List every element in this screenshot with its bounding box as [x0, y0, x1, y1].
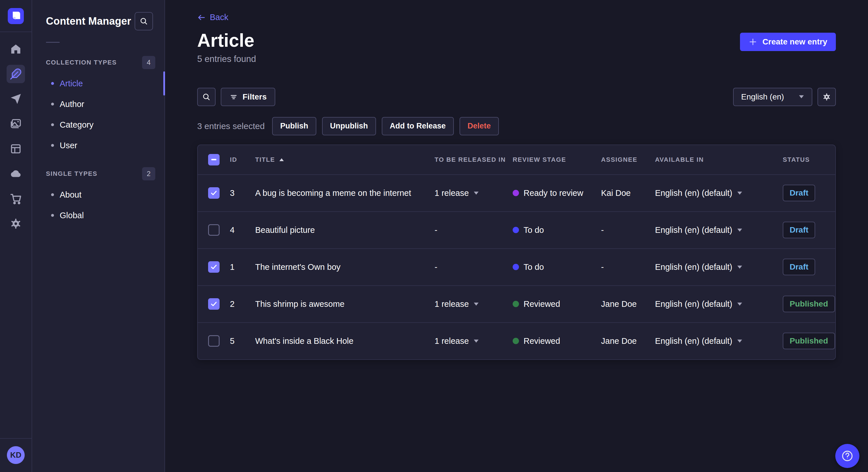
locale-chevron-icon[interactable] [737, 228, 743, 232]
table-row[interactable]: 4 Beautiful picture - To do - English (e… [198, 211, 835, 248]
sort-ascending-icon [279, 158, 284, 162]
cell-to-be-released-in[interactable]: 1 release [435, 336, 513, 346]
locale-chevron-icon[interactable] [737, 191, 743, 195]
status-badge: Published [783, 296, 835, 312]
user-avatar[interactable]: KD [7, 446, 25, 464]
cell-assignee: Jane Doe [601, 336, 655, 346]
search-icon [140, 17, 148, 26]
sidebar-search-button[interactable] [135, 12, 153, 30]
sidebar-item-label: User [60, 141, 77, 150]
gear-icon [823, 93, 831, 101]
column-header-available-in[interactable]: AVAILABLE IN [655, 156, 783, 164]
locale-chevron-icon[interactable] [737, 265, 743, 269]
nav-releases[interactable] [7, 90, 25, 108]
sidebar-item-label: Author [60, 100, 84, 109]
row-checkbox[interactable] [208, 224, 220, 236]
column-header-assignee[interactable]: ASSIGNEE [601, 156, 655, 164]
home-icon [10, 43, 22, 55]
row-checkbox[interactable] [208, 261, 220, 273]
cell-title: The internet's Own boy [255, 262, 435, 272]
cell-available-in[interactable]: English (en) (default) [655, 262, 783, 272]
strapi-logo[interactable] [8, 8, 24, 24]
sidebar-item-user[interactable]: User [32, 135, 164, 156]
locale-chevron-icon[interactable] [737, 302, 743, 306]
bullet-icon [51, 144, 54, 147]
nav-content-manager[interactable] [7, 65, 25, 83]
table-row[interactable]: 5 What's inside a Black Hole 1 release R… [198, 322, 835, 359]
rail-divider [0, 32, 32, 32]
column-header-title[interactable]: TITLE [255, 156, 435, 164]
cell-available-in[interactable]: English (en) (default) [655, 299, 783, 309]
column-header-id[interactable]: ID [230, 156, 255, 164]
cell-id: 4 [230, 225, 255, 235]
cell-status: Published [783, 333, 825, 349]
layout-icon [10, 143, 22, 155]
nav-content-type-builder[interactable] [7, 140, 25, 158]
table-row[interactable]: 3 A bug is becoming a meme on the intern… [198, 174, 835, 211]
single-types-section: SINGLE TYPES 2 About Global [32, 167, 164, 226]
cell-assignee: - [601, 262, 655, 272]
sidebar-item-about[interactable]: About [32, 184, 164, 205]
column-header-to-be-released-in[interactable]: TO BE RELEASED IN [435, 156, 513, 164]
sidebar-item-category[interactable]: Category [32, 114, 164, 135]
column-header-review-stage[interactable]: REVIEW STAGE [513, 156, 601, 164]
delete-button[interactable]: Delete [460, 117, 499, 135]
table-row[interactable]: 1 The internet's Own boy - To do - Engli… [198, 248, 835, 285]
column-header-status[interactable]: STATUS [783, 156, 825, 164]
sidebar-item-label: About [60, 190, 82, 200]
publish-button[interactable]: Publish [272, 117, 316, 135]
cell-to-be-released-in[interactable]: - [435, 225, 513, 235]
nav-media-library[interactable] [7, 115, 25, 133]
search-icon [202, 93, 211, 101]
cell-available-in[interactable]: English (en) (default) [655, 225, 783, 235]
select-all-checkbox[interactable] [208, 154, 220, 165]
cell-review-stage: To do [513, 262, 601, 272]
locale-chevron-icon[interactable] [737, 339, 743, 343]
cell-to-be-released-in[interactable]: - [435, 262, 513, 272]
filters-button[interactable]: Filters [221, 88, 275, 106]
nav-deploy[interactable] [7, 165, 25, 183]
add-to-release-button[interactable]: Add to Release [382, 117, 454, 135]
cell-title: This shrimp is awesome [255, 299, 435, 309]
search-button[interactable] [197, 88, 216, 106]
app-window: KD Content Manager COLLECTION TYPES 4 Ar… [0, 0, 868, 472]
cell-available-in[interactable]: English (en) (default) [655, 189, 783, 198]
sidebar-item-label: Category [60, 120, 94, 130]
sidebar-item-global[interactable]: Global [32, 205, 164, 226]
sidebar-item-label: Article [60, 79, 83, 88]
back-link[interactable]: Back [197, 12, 228, 22]
sidebar-item-author[interactable]: Author [32, 94, 164, 114]
feather-pen-icon [10, 68, 22, 80]
stage-dot [513, 338, 519, 344]
plus-icon [749, 38, 757, 46]
unpublish-button[interactable]: Unpublish [322, 117, 376, 135]
sidebar-item-article[interactable]: Article [32, 73, 164, 94]
view-settings-button[interactable] [817, 88, 836, 106]
row-checkbox[interactable] [208, 187, 220, 199]
cell-available-in[interactable]: English (en) (default) [655, 336, 783, 346]
release-chevron-icon[interactable] [473, 191, 479, 195]
table-row[interactable]: 2 This shrimp is awesome 1 release Revie… [198, 285, 835, 322]
cell-to-be-released-in[interactable]: 1 release [435, 189, 513, 198]
nav-settings[interactable] [7, 214, 25, 233]
help-button[interactable] [835, 444, 859, 468]
nav-home[interactable] [7, 40, 25, 58]
cell-to-be-released-in[interactable]: 1 release [435, 299, 513, 309]
sidebar-title: Content Manager [46, 15, 131, 27]
rail-nav [7, 40, 25, 233]
rail-bottom: KD [0, 438, 32, 472]
collection-types-list: Article Author Category User [32, 73, 164, 156]
cell-id: 5 [230, 336, 255, 346]
nav-rail: KD [0, 0, 32, 472]
locale-select[interactable]: English (en) [733, 88, 812, 106]
create-new-entry-button[interactable]: Create new entry [740, 33, 836, 51]
arrow-left-icon [197, 13, 206, 22]
nav-marketplace[interactable] [7, 190, 25, 208]
status-badge: Published [783, 333, 835, 349]
release-chevron-icon[interactable] [473, 302, 479, 306]
toolbar: Filters English (en) [197, 88, 836, 106]
row-checkbox[interactable] [208, 335, 220, 347]
row-checkbox[interactable] [208, 298, 220, 310]
stage-dot [513, 264, 519, 270]
release-chevron-icon[interactable] [473, 339, 479, 343]
